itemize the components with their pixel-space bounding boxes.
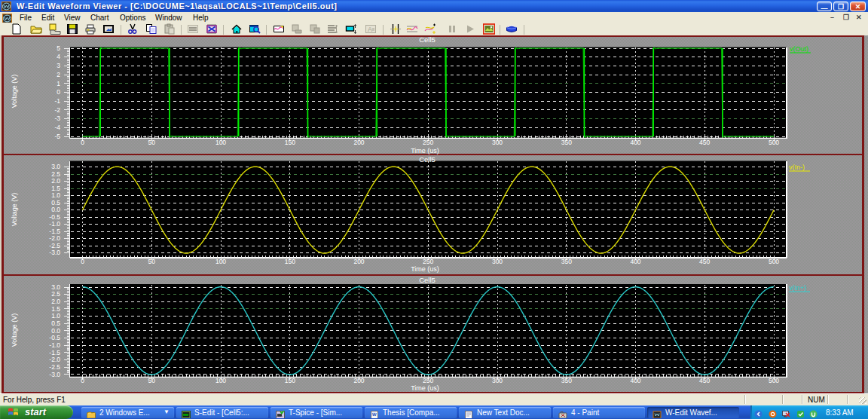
- svg-text:0.0: 0.0: [51, 327, 60, 335]
- svg-text:Cell5: Cell5: [419, 155, 436, 164]
- svg-text:1: 1: [57, 80, 60, 87]
- svg-text:450: 450: [699, 377, 710, 384]
- svg-text:0: 0: [57, 88, 60, 96]
- svg-text:-2.5: -2.5: [49, 242, 60, 249]
- svg-text:300: 300: [492, 258, 503, 265]
- svg-text:-2.5: -2.5: [49, 363, 60, 371]
- svg-text:50: 50: [148, 139, 155, 146]
- svg-text:-1.5: -1.5: [49, 228, 60, 235]
- svg-text:400: 400: [630, 377, 640, 384]
- svg-text:W: W: [372, 412, 377, 417]
- svg-text:Voltage (V): Voltage (V): [11, 193, 18, 227]
- svg-text:-4: -4: [54, 124, 60, 131]
- svg-text:1.0: 1.0: [51, 191, 60, 199]
- svg-text:1.5: 1.5: [51, 185, 60, 192]
- svg-text:2.0: 2.0: [51, 177, 60, 185]
- svg-text:Cell5: Cell5: [419, 276, 436, 284]
- svg-text:0: 0: [81, 258, 84, 265]
- svg-text:Time (us): Time (us): [411, 147, 439, 154]
- svg-text:50: 50: [148, 258, 155, 265]
- svg-text:1.0: 1.0: [51, 312, 60, 320]
- svg-text:Time (us): Time (us): [411, 384, 439, 392]
- svg-text:Voltage (V): Voltage (V): [11, 313, 18, 347]
- svg-text:350: 350: [561, 258, 572, 265]
- svg-text:-1.0: -1.0: [49, 220, 60, 228]
- svg-text:-3.0: -3.0: [49, 249, 60, 256]
- svg-text:0.0: 0.0: [51, 206, 60, 213]
- svg-text:0: 0: [81, 377, 84, 384]
- svg-text:150: 150: [285, 139, 295, 146]
- svg-text:500: 500: [769, 258, 779, 265]
- svg-text:350: 350: [561, 139, 572, 146]
- svg-text:Time (us): Time (us): [411, 265, 439, 273]
- svg-text:100: 100: [215, 139, 226, 146]
- svg-text:0.5: 0.5: [51, 199, 60, 206]
- svg-text:-2.0: -2.0: [49, 234, 60, 242]
- svg-text:-3.0: -3.0: [49, 371, 60, 378]
- svg-text:-1: -1: [54, 97, 60, 105]
- svg-text:2.0: 2.0: [51, 298, 60, 305]
- svg-text:450: 450: [699, 258, 710, 265]
- svg-text:5: 5: [57, 44, 60, 52]
- svg-text:350: 350: [561, 377, 572, 384]
- svg-text:400: 400: [630, 258, 640, 265]
- svg-text:150: 150: [285, 377, 295, 384]
- svg-text:250: 250: [423, 258, 433, 265]
- svg-text:2: 2: [57, 71, 60, 78]
- svg-text:300: 300: [492, 139, 503, 146]
- svg-text:-2.0: -2.0: [49, 356, 60, 363]
- svg-text:150: 150: [285, 258, 295, 265]
- svg-text:2.5: 2.5: [51, 290, 60, 298]
- svg-text:100: 100: [215, 258, 226, 265]
- svg-text:200: 200: [353, 377, 364, 384]
- svg-text:1.5: 1.5: [51, 305, 60, 313]
- svg-text:400: 400: [630, 139, 640, 146]
- svg-text:4: 4: [57, 53, 60, 60]
- svg-text:3: 3: [57, 62, 60, 69]
- svg-text:300: 300: [492, 377, 503, 384]
- svg-text:50: 50: [148, 377, 155, 384]
- svg-text:3.0: 3.0: [51, 163, 60, 170]
- svg-text:-0.5: -0.5: [49, 334, 60, 341]
- svg-text:3.0: 3.0: [51, 283, 60, 291]
- svg-text:Cell5: Cell5: [419, 35, 436, 44]
- svg-text:200: 200: [353, 258, 364, 265]
- svg-text:0.5: 0.5: [51, 320, 60, 327]
- svg-text:100: 100: [215, 377, 226, 384]
- svg-text:-1.0: -1.0: [49, 341, 60, 349]
- svg-text:250: 250: [423, 139, 433, 146]
- svg-text:-2: -2: [54, 106, 60, 114]
- svg-text:v(In+): v(In+): [789, 284, 806, 292]
- svg-text:-0.5: -0.5: [49, 213, 60, 221]
- svg-text:500: 500: [769, 139, 779, 146]
- svg-text:Voltage (V): Voltage (V): [11, 75, 18, 109]
- svg-text:v(In-): v(In-): [789, 164, 805, 171]
- svg-text:250: 250: [423, 377, 433, 384]
- svg-text:-1.5: -1.5: [49, 349, 60, 356]
- svg-text:0: 0: [81, 139, 84, 146]
- svg-text:450: 450: [699, 139, 710, 146]
- svg-text:500: 500: [769, 377, 779, 384]
- svg-text:-3: -3: [54, 115, 60, 122]
- svg-text:2.5: 2.5: [51, 170, 60, 178]
- svg-text:v(Out): v(Out): [790, 45, 808, 53]
- svg-text:200: 200: [353, 139, 364, 146]
- svg-text:-5: -5: [54, 133, 60, 140]
